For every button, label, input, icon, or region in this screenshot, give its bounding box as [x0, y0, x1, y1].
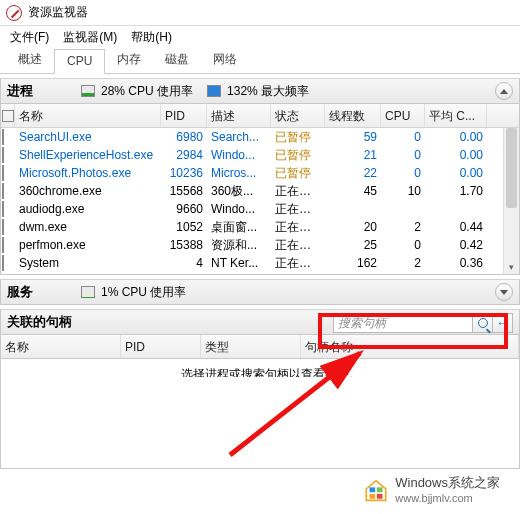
handles-empty-text: 选择进程或搜索句柄以查看结果。: [1, 359, 519, 377]
row-checkbox[interactable]: [2, 255, 4, 271]
svg-rect-2: [377, 487, 383, 492]
processes-grid: 名称 PID 描述 状态 线程数 CPU 平均 C... SearchUI.ex…: [0, 104, 520, 275]
handles-label: 关联的句柄: [7, 313, 87, 331]
row-checkbox[interactable]: [2, 165, 4, 181]
processes-rows: SearchUI.exe6980Search...已暂停5900.00Shell…: [1, 128, 519, 274]
col-cpu[interactable]: CPU: [381, 104, 425, 127]
search-icon: [478, 318, 488, 328]
processes-label: 进程: [7, 82, 67, 100]
col-desc[interactable]: 描述: [207, 104, 271, 127]
hcol-pid[interactable]: PID: [121, 335, 201, 358]
menu-monitor[interactable]: 监视器(M): [57, 27, 123, 48]
chevron-up-icon: [500, 89, 508, 94]
table-row[interactable]: ShellExperienceHost.exe2984Windo...已暂停21…: [1, 146, 519, 164]
title-bar: 资源监视器: [0, 0, 520, 26]
row-checkbox[interactable]: [2, 201, 4, 217]
col-name[interactable]: 名称: [15, 104, 161, 127]
svg-rect-4: [377, 494, 383, 499]
handles-search-group: 搜索句柄 ↔: [333, 313, 513, 333]
col-pid[interactable]: PID: [161, 104, 207, 127]
refresh-icon: ↔: [497, 316, 509, 330]
table-row[interactable]: SearchUI.exe6980Search...已暂停5900.00: [1, 128, 519, 146]
cpu-usage-meter: 28% CPU 使用率: [81, 83, 193, 100]
max-freq-meter: 132% 最大频率: [207, 83, 309, 100]
col-avg[interactable]: 平均 C...: [425, 104, 487, 127]
processes-panel-header[interactable]: 进程 28% CPU 使用率 132% 最大频率: [0, 78, 520, 104]
refresh-button[interactable]: ↔: [493, 313, 513, 333]
tab-disk[interactable]: 磁盘: [153, 47, 201, 73]
row-checkbox[interactable]: [2, 219, 4, 235]
row-checkbox[interactable]: [2, 129, 4, 145]
handles-search-input[interactable]: 搜索句柄: [333, 313, 473, 333]
services-cpu-meter: 1% CPU 使用率: [81, 284, 186, 301]
search-button[interactable]: [473, 313, 493, 333]
svg-rect-1: [370, 487, 376, 492]
table-row[interactable]: System4NT Ker...正在运行16220.36: [1, 254, 519, 272]
handles-body: 选择进程或搜索句柄以查看结果。: [0, 359, 520, 469]
hcol-type[interactable]: 类型: [201, 335, 301, 358]
chevron-down-icon: [500, 290, 508, 295]
table-row[interactable]: perfmon.exe15388资源和...正在运行2500.42: [1, 236, 519, 254]
col-status[interactable]: 状态: [271, 104, 325, 127]
col-threads[interactable]: 线程数: [325, 104, 381, 127]
menu-file[interactable]: 文件(F): [4, 27, 55, 48]
tab-overview[interactable]: 概述: [6, 47, 54, 73]
menu-help[interactable]: 帮助(H): [125, 27, 178, 48]
row-checkbox[interactable]: [2, 147, 4, 163]
row-checkbox[interactable]: [2, 183, 4, 199]
table-row[interactable]: audiodg.exe9660Windo...正在运行: [1, 200, 519, 218]
vertical-scrollbar[interactable]: ▴ ▾: [503, 128, 519, 274]
services-label: 服务: [7, 283, 67, 301]
select-all-checkbox[interactable]: [2, 110, 14, 122]
table-row[interactable]: Microsoft.Photos.exe10236Micros...已暂停220…: [1, 164, 519, 182]
tab-memory[interactable]: 内存: [105, 47, 153, 73]
menu-bar: 文件(F) 监视器(M) 帮助(H): [0, 26, 520, 48]
handles-columns: 名称 PID 类型 句柄名称: [0, 335, 520, 359]
expand-services-button[interactable]: [495, 283, 513, 301]
window-title: 资源监视器: [28, 4, 88, 21]
table-row[interactable]: 360chrome.exe15568360极...正在运行45101.70: [1, 182, 519, 200]
services-panel-header[interactable]: 服务 1% CPU 使用率: [0, 279, 520, 305]
hcol-hname[interactable]: 句柄名称: [301, 335, 519, 358]
watermark: Windows系统之家 www.bjjmlv.com: [363, 474, 500, 504]
tab-strip: 概述 CPU 内存 磁盘 网络: [0, 48, 520, 74]
watermark-logo: [363, 476, 389, 502]
tab-network[interactable]: 网络: [201, 47, 249, 73]
handles-panel-header[interactable]: 关联的句柄 搜索句柄 ↔: [0, 309, 520, 335]
collapse-processes-button[interactable]: [495, 82, 513, 100]
app-icon: [6, 5, 22, 21]
tab-cpu[interactable]: CPU: [54, 49, 105, 74]
hcol-name[interactable]: 名称: [1, 335, 121, 358]
table-row[interactable]: dwm.exe1052桌面窗...正在运行2020.44: [1, 218, 519, 236]
processes-columns: 名称 PID 描述 状态 线程数 CPU 平均 C...: [1, 104, 519, 128]
row-checkbox[interactable]: [2, 237, 4, 253]
svg-rect-3: [370, 494, 376, 499]
